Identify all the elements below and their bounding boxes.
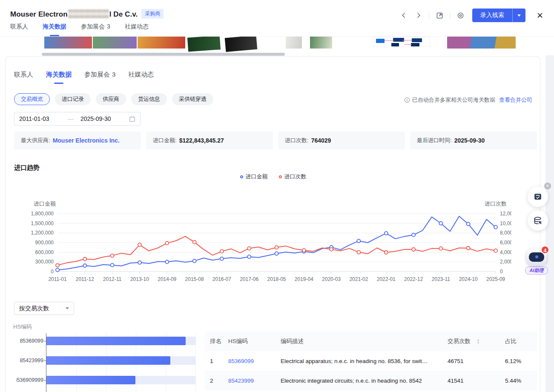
data-pick-tool-button[interactable] <box>528 210 548 231</box>
ai-assistant[interactable]: 4 AI助理 <box>524 246 549 275</box>
record-lead-dropdown[interactable] <box>512 9 525 22</box>
svg-text:2020-03: 2020-03 <box>322 276 341 282</box>
date-range-end[interactable]: 2025-09-30 <box>80 115 122 122</box>
watch-eye-icon[interactable] <box>456 11 465 20</box>
prev-company-button[interactable] <box>399 11 408 20</box>
header-tab-0[interactable]: 联系人 <box>10 23 28 36</box>
bar-value-fill[interactable] <box>46 376 135 384</box>
table-header-0: 排名 <box>205 332 228 351</box>
product-image-6[interactable] <box>310 37 332 49</box>
tab-label: 参加展会 <box>81 23 105 31</box>
cell-description: Electronic integrated circuits; n.e.c. i… <box>281 371 448 390</box>
product-image-4[interactable] <box>225 35 258 52</box>
bar-value-fill[interactable] <box>46 356 170 365</box>
product-image-8[interactable] <box>447 37 516 49</box>
close-floating-tools-icon[interactable]: ✕ <box>544 183 551 189</box>
svg-text:4,000: 4,000 <box>500 249 511 255</box>
table-header-label: 占比 <box>505 338 517 344</box>
record-lead-split-button: 录入线索 <box>472 9 525 22</box>
bar-category-label: 85369099 <box>16 337 43 345</box>
chevron-down-icon <box>66 307 69 309</box>
trend-section-title: 进口趋势 <box>14 164 40 172</box>
ai-robot-face <box>529 252 544 262</box>
merge-notice-text: 已自动合并多家相关公司海关数据 <box>412 96 495 104</box>
card-tab-3[interactable]: 社媒动态 <box>128 71 154 84</box>
header-tab-1[interactable]: 海关数据 <box>43 23 66 36</box>
bar-value-fill[interactable] <box>46 337 186 345</box>
bar-track <box>46 356 195 365</box>
header-tab-2[interactable]: 参加展会3 <box>81 23 110 36</box>
svg-text:2017-06: 2017-06 <box>240 276 258 282</box>
svg-text:12,000: 12,000 <box>500 211 511 217</box>
sort-by-value: 按交易次数 <box>19 305 49 312</box>
svg-text:2025-09: 2025-09 <box>486 276 505 282</box>
svg-text:2014-09: 2014-09 <box>158 276 176 282</box>
diagram-node <box>411 43 419 46</box>
table-header-4: 占比 <box>505 332 537 351</box>
filter-pill-2[interactable]: 供应商 <box>96 93 126 105</box>
company-title-row: Mouser Electronl De C.v. 采购商 <box>10 9 164 19</box>
stat-label: 进口次数: <box>285 137 309 144</box>
filter-pill-0[interactable]: 交易概览 <box>14 93 50 105</box>
svg-text:2018-05: 2018-05 <box>267 276 286 282</box>
tab-label: 海关数据 <box>46 71 72 79</box>
table-row: 285423999Electronic integrated circuits;… <box>205 371 537 390</box>
filter-pill-1[interactable]: 进口记录 <box>55 93 91 105</box>
sort-icon[interactable]: ▲▼ <box>476 338 480 344</box>
svg-text:2019-04: 2019-04 <box>295 276 313 282</box>
sort-by-select[interactable]: 按交易次数 <box>14 302 74 315</box>
close-icon[interactable]: ✕ <box>535 11 545 20</box>
card-tab-2[interactable]: 参加展会3 <box>84 71 115 84</box>
filter-pill-3[interactable]: 货运信息 <box>131 93 167 105</box>
product-image-strip <box>0 37 545 56</box>
hs-code-table: 排名HS编码编码描述交易次数▲▼占比 185369099Electrical a… <box>205 332 537 390</box>
cell-hs-code: 85369099 <box>228 351 281 371</box>
stat-card-3: 最后进口时间:2025-09-30 <box>410 132 537 149</box>
date-range-picker[interactable]: 2011-01-03 — 2025-09-30 <box>14 112 141 126</box>
bar-track <box>46 376 195 384</box>
product-image-1[interactable] <box>93 37 137 49</box>
hs-code-link[interactable]: 85369099 <box>228 358 254 364</box>
card-tabs: 联系人海关数据参加展会3社媒动态 <box>14 71 154 84</box>
hs-axis-title: HS编码 <box>13 323 32 331</box>
product-image-5[interactable] <box>286 37 302 49</box>
open-fullpage-icon[interactable] <box>435 11 444 20</box>
svg-text:2016-07: 2016-07 <box>212 276 231 282</box>
diagram-node <box>376 39 385 43</box>
svg-text:0: 0 <box>500 269 503 275</box>
stat-value-link[interactable]: Mouser Electronics Inc. <box>53 137 120 144</box>
notification-badge: 4 <box>541 246 549 254</box>
image-strip-scrollbar[interactable] <box>42 53 285 56</box>
header-actions: 录入线索 ✕ <box>399 9 545 22</box>
card-tab-0[interactable]: 联系人 <box>14 71 33 84</box>
product-image-7[interactable] <box>373 37 430 47</box>
header-tab-3[interactable]: 社媒动态 <box>125 23 149 36</box>
filter-pill-4[interactable]: 采供链穿透 <box>172 93 213 105</box>
collect-tool-button[interactable] <box>528 186 548 207</box>
stat-card-1: 进口金额:$122,843,845.27 <box>146 132 273 149</box>
ai-robot-avatar: 4 <box>526 249 547 266</box>
table-header-label: HS编码 <box>228 338 248 344</box>
legend-item-0[interactable]: 进口金额 <box>240 173 268 180</box>
view-merged-companies-link[interactable]: 查看合并公司 <box>499 96 532 104</box>
product-image-0[interactable] <box>44 37 92 49</box>
company-detail-drawer: Mouser Electronl De C.v. 采购商 录入线索 ✕ <box>0 0 554 392</box>
divider <box>450 12 450 19</box>
product-image-2[interactable] <box>138 37 185 49</box>
record-lead-button[interactable]: 录入线索 <box>472 9 512 22</box>
product-image-3[interactable] <box>187 35 221 52</box>
card-tab-1[interactable]: 海关数据 <box>46 71 72 84</box>
next-company-button[interactable] <box>414 11 423 20</box>
bar-track <box>46 337 195 345</box>
merge-notice: 已自动合并多家相关公司海关数据 查看合并公司 <box>404 96 532 104</box>
stat-value: $122,843,845.27 <box>179 137 224 144</box>
svg-text:2011-12: 2011-12 <box>76 276 94 282</box>
svg-text:600,000: 600,000 <box>35 249 54 255</box>
bar-axis-tick <box>44 380 46 381</box>
legend-item-1[interactable]: 进口次数 <box>279 173 307 180</box>
date-range-start[interactable]: 2011-01-03 <box>19 115 61 122</box>
tab-label: 海关数据 <box>43 23 66 31</box>
title-redacted-blur <box>68 9 109 18</box>
svg-text:1,200,000: 1,200,000 <box>31 230 54 236</box>
hs-code-link[interactable]: 85423999 <box>228 378 254 384</box>
